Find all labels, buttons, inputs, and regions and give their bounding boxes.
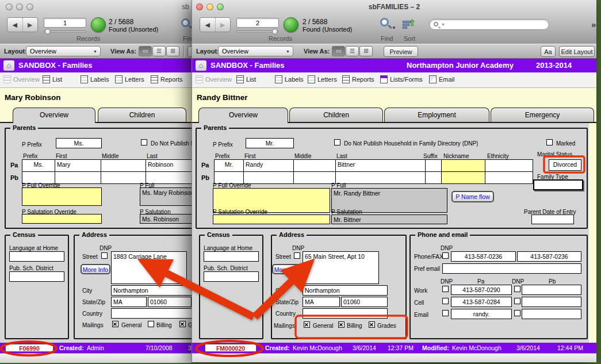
record-slider-thumb[interactable]	[272, 29, 278, 35]
pa-middle-field[interactable]	[101, 159, 146, 172]
preview-button-clipped[interactable]	[187, 46, 192, 57]
view-list-button[interactable]: ☰	[346, 46, 359, 56]
phone-field[interactable]: 413-587-0236	[451, 251, 516, 262]
street-field[interactable]: 1883 Carriage Lane	[111, 251, 187, 284]
window-front[interactable]: sbFAMILIES – 2 ◀ ▶ 2 2 / 5688 Found (Uns…	[192, 0, 596, 362]
pa-ethnicity-field[interactable]	[485, 159, 533, 172]
home-icon[interactable]: ⌂	[3, 60, 14, 71]
zip-field[interactable]: 01060	[341, 297, 388, 307]
cell-pb-field[interactable]	[522, 297, 581, 307]
quick-find-input[interactable]: ▼	[429, 19, 549, 30]
nav-labels[interactable]: Labels	[81, 75, 109, 85]
pa-middle-field[interactable]	[293, 159, 336, 172]
marital-status-field[interactable]: Divorced	[549, 159, 581, 171]
home-icon[interactable]: ⌂	[196, 60, 206, 71]
p-full-override-field[interactable]	[22, 187, 102, 206]
fax-field[interactable]: 413-587-0236	[517, 251, 581, 262]
language-field[interactable]	[9, 251, 64, 262]
dnp-household-checkbox[interactable]	[141, 139, 147, 145]
pa-nickname-field[interactable]	[441, 159, 485, 172]
marked-checkbox[interactable]	[546, 139, 553, 145]
family-type-field[interactable]	[533, 179, 583, 190]
mailings-general-checkbox[interactable]	[304, 321, 310, 328]
nav-overview[interactable]: Overview	[3, 75, 40, 85]
sort-icon[interactable]: ⇧	[403, 18, 416, 31]
email-pb-dnp-checkbox[interactable]	[514, 310, 520, 316]
street-dnp-checkbox[interactable]	[294, 252, 300, 259]
mailings-grades-checkbox[interactable]	[369, 321, 375, 328]
toolbar-overflow-icon[interactable]: »	[591, 20, 596, 29]
p-sal-override-field[interactable]	[22, 214, 102, 224]
window-back[interactable]: sb ◀ ▶ 1 2 / 5688 Found (Unsorted) Recor…	[0, 0, 192, 363]
p-prefix-field[interactable]: Ms.	[56, 138, 102, 148]
tab-employment[interactable]: Employment	[384, 108, 489, 122]
tab-overview[interactable]: Overview	[13, 108, 95, 123]
email-pa-dnp-checkbox[interactable]	[442, 310, 449, 316]
pb-suffix-field[interactable]	[425, 171, 442, 184]
work-pa-dnp-checkbox[interactable]	[442, 286, 449, 292]
work-pb-dnp-checkbox[interactable]	[514, 286, 520, 292]
layout-dropdown[interactable]: Overview▼	[26, 46, 101, 56]
cell-pb-dnp-checkbox[interactable]	[514, 298, 520, 304]
work-pb-field[interactable]	[522, 285, 581, 295]
street-dnp-checkbox[interactable]	[101, 252, 108, 259]
view-list-button[interactable]: ☰	[152, 46, 166, 56]
pa-prefix-field[interactable]: Ms.	[22, 159, 55, 172]
p-sal-override-field[interactable]	[213, 214, 330, 224]
record-nav-book[interactable]: ◀ ▶	[7, 17, 38, 32]
pb-middle-field[interactable]	[293, 171, 336, 184]
mailings-grades-checkbox[interactable]	[179, 321, 186, 327]
pb-ethnicity-field[interactable]	[485, 171, 533, 184]
pa-prefix-field[interactable]: Mr.	[214, 159, 244, 172]
work-pa-field[interactable]: 413-587-0290	[451, 285, 512, 295]
pa-first-field[interactable]: Randy	[243, 159, 294, 172]
tab-overview[interactable]: Overview	[198, 108, 288, 123]
nav-letters[interactable]: Letters	[308, 75, 337, 85]
pa-suffix-field[interactable]	[425, 159, 442, 172]
pb-last-field[interactable]	[335, 171, 426, 184]
state-field[interactable]: MA	[111, 297, 147, 307]
language-field[interactable]	[204, 251, 259, 262]
tab-children[interactable]: Children	[289, 108, 383, 122]
find-dropdown-icon[interactable]: ▼	[392, 25, 396, 30]
email-pa-field[interactable]: randy.	[451, 309, 512, 319]
mailings-billing-checkbox[interactable]	[338, 321, 344, 328]
tab-children[interactable]: Children	[98, 108, 186, 122]
nav-email[interactable]: Email	[429, 75, 455, 85]
more-info-button[interactable]: More Info	[81, 264, 110, 274]
view-form-button[interactable]: ▭	[139, 46, 152, 56]
country-field[interactable]	[303, 308, 388, 319]
pb-nickname-field[interactable]	[441, 171, 485, 184]
found-set-pie-icon[interactable]	[284, 17, 298, 32]
street-field[interactable]: 65 Main Street, Apt 10	[303, 251, 379, 284]
phone-dnp-checkbox[interactable]	[442, 252, 449, 259]
more-info-button[interactable]: More Info	[272, 264, 302, 274]
edit-layout-button[interactable]: Edit Layout	[559, 46, 595, 57]
record-number-input[interactable]: 2	[236, 18, 279, 28]
nav-labels[interactable]: Labels	[275, 75, 303, 85]
next-record-icon[interactable]: ▶	[215, 18, 231, 32]
record-slider[interactable]	[44, 30, 86, 33]
nav-reports[interactable]: Reports	[151, 75, 183, 85]
mailings-billing-checkbox[interactable]	[148, 321, 154, 327]
dnp-household-checkbox[interactable]	[334, 139, 340, 145]
tab-emergency[interactable]: Emergency	[491, 108, 594, 122]
zip-field[interactable]: 01060	[148, 297, 192, 307]
minimize-icon[interactable]	[16, 3, 23, 10]
zoom-window-icon[interactable]	[26, 3, 33, 10]
pref-email-field[interactable]	[442, 263, 581, 274]
nav-lists-forms[interactable]: Lists/Forms	[380, 75, 423, 85]
nav-list[interactable]: List	[43, 75, 62, 85]
state-field[interactable]: MA	[303, 297, 340, 307]
record-slider-thumb[interactable]	[45, 29, 51, 35]
nav-letters[interactable]: Letters	[115, 75, 144, 85]
parent-date-entry-field[interactable]	[531, 214, 574, 224]
pa-first-field[interactable]: Mary	[55, 159, 101, 172]
mailings-general-checkbox[interactable]	[112, 321, 118, 327]
cell-pa-field[interactable]: 413-587-0284	[451, 297, 512, 307]
record-slider[interactable]	[236, 30, 279, 33]
nav-reports[interactable]: Reports	[342, 75, 374, 85]
find-icon[interactable]	[380, 18, 389, 26]
p-name-flow-button[interactable]: P Name flow	[451, 191, 494, 202]
pa-last-field[interactable]: Bittner	[335, 159, 426, 172]
